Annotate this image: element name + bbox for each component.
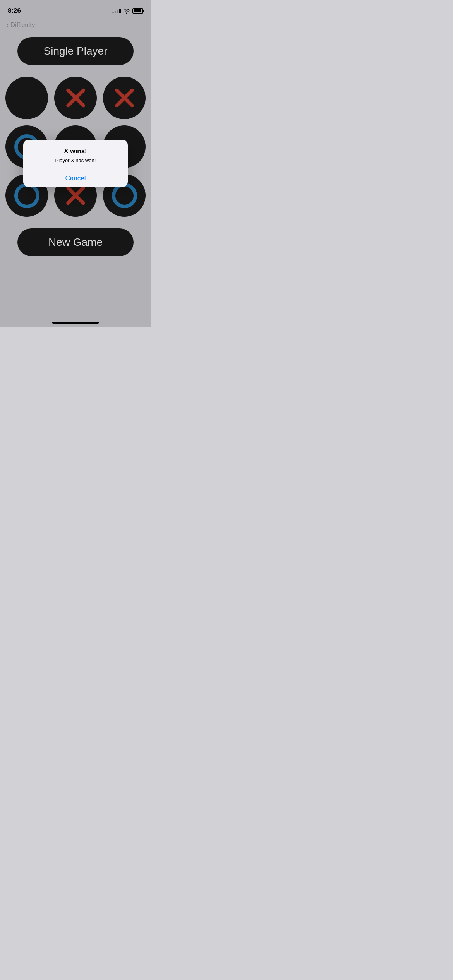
alert-dialog: X wins! Player X has won! Cancel	[23, 140, 128, 187]
alert-content: X wins! Player X has won!	[23, 140, 128, 170]
alert-cancel-button[interactable]: Cancel	[23, 170, 128, 187]
alert-overlay: X wins! Player X has won! Cancel	[0, 0, 151, 327]
alert-message: Player X has won!	[31, 158, 120, 163]
alert-title: X wins!	[31, 147, 120, 155]
alert-actions: Cancel	[23, 170, 128, 187]
